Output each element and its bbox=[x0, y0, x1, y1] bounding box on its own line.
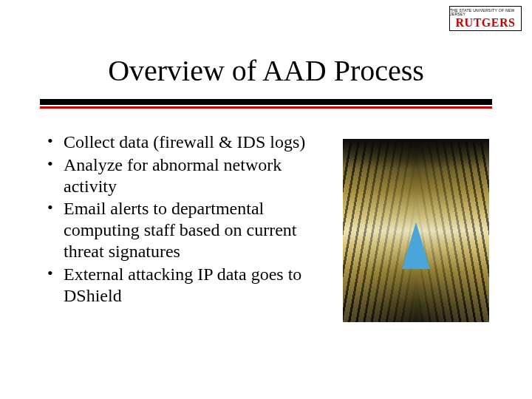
title-divider bbox=[40, 99, 492, 105]
bullet-item: Collect data (firewall & IDS logs) bbox=[46, 132, 318, 153]
server-room-image bbox=[343, 139, 489, 322]
rutgers-logo: THE STATE UNIVERSITY OF NEW JERSEY RUTGE… bbox=[449, 6, 522, 31]
slide: THE STATE UNIVERSITY OF NEW JERSEY RUTGE… bbox=[0, 0, 532, 399]
slide-body: Collect data (firewall & IDS logs) Analy… bbox=[46, 132, 318, 307]
bullet-item: Analyze for abnormal network activity bbox=[46, 154, 318, 197]
logo-main: RUTGERS bbox=[456, 17, 516, 29]
bullet-list: Collect data (firewall & IDS logs) Analy… bbox=[46, 132, 318, 306]
slide-title: Overview of AAD Process bbox=[0, 53, 532, 88]
bullet-item: Email alerts to departmental computing s… bbox=[46, 198, 318, 262]
logo-topline: THE STATE UNIVERSITY OF NEW JERSEY bbox=[450, 9, 521, 16]
bullet-item: External attacking IP data goes to DShie… bbox=[46, 264, 318, 307]
